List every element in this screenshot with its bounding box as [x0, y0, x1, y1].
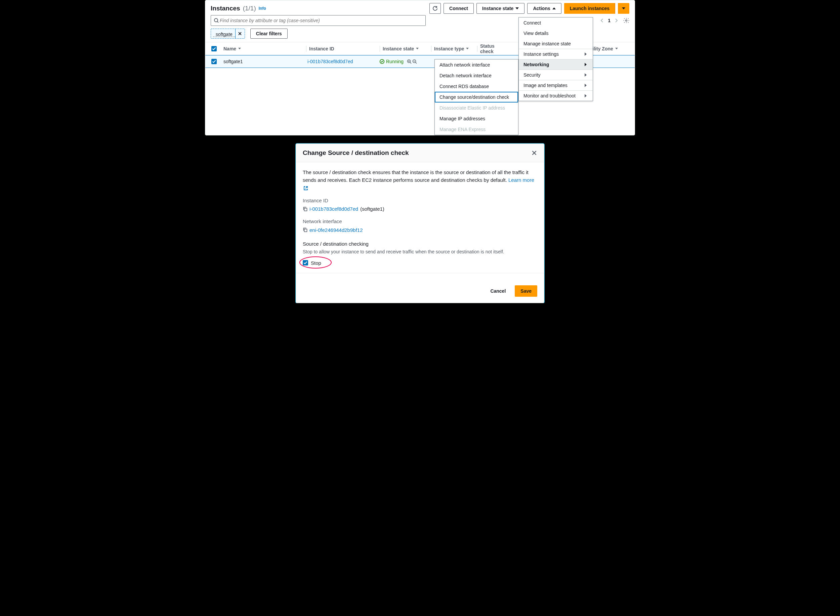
actions-menu-security[interactable]: Security: [519, 70, 593, 80]
instance-id-link[interactable]: i-001b783cef8d0d7ed: [309, 205, 358, 213]
copy-icon: [303, 207, 308, 211]
col-status-check[interactable]: Status check: [478, 43, 510, 54]
modal-header: Change Source / destination check: [296, 144, 544, 162]
zoom-in-icon: [407, 59, 412, 64]
source-dest-check-modal: Change Source / destination check The so…: [296, 144, 544, 303]
refresh-icon: [432, 6, 438, 11]
actions-menu-connect[interactable]: Connect: [519, 18, 593, 28]
actions-menu-image-templates[interactable]: Image and templates: [519, 80, 593, 90]
modal-close-button[interactable]: [531, 150, 537, 156]
refresh-button[interactable]: [430, 3, 441, 14]
copy-eni-button[interactable]: [303, 227, 308, 232]
row-name: softgate1: [223, 59, 243, 64]
actions-menu-instance-settings[interactable]: Instance settings: [519, 49, 593, 59]
instance-name-suffix: (softgate1): [360, 205, 384, 213]
state-filter-icons[interactable]: [407, 59, 417, 64]
select-all-cell[interactable]: [209, 46, 221, 51]
col-instance-id[interactable]: Instance ID: [307, 46, 379, 51]
svg-point-0: [214, 19, 218, 22]
actions-menu-view-details[interactable]: View details: [519, 28, 593, 38]
filter-token[interactable]: softgate: [211, 29, 245, 39]
launch-instances-button[interactable]: Launch instances: [564, 3, 615, 14]
modal-container: Change Source / destination check The so…: [205, 144, 635, 303]
instance-id-label: Instance ID: [303, 197, 537, 204]
close-icon: [531, 150, 537, 156]
submenu-detach-eni[interactable]: Detach network interface: [435, 70, 518, 81]
networking-submenu: Attach network interface Detach network …: [434, 59, 519, 135]
search-icon: [214, 18, 219, 23]
sort-icon: [466, 48, 469, 49]
svg-rect-6: [304, 229, 307, 232]
caret-up-icon: [553, 7, 556, 9]
pager-page: 1: [608, 18, 610, 23]
instances-panel: Instances (1/1) Info Connect Instance st…: [205, 0, 635, 135]
save-button[interactable]: Save: [515, 285, 537, 297]
search-box[interactable]: [211, 15, 426, 26]
copy-instance-id-button[interactable]: [303, 207, 308, 211]
status-ok-icon: [379, 59, 385, 64]
launch-instances-dropdown-button[interactable]: [618, 3, 629, 14]
search-input[interactable]: [219, 18, 423, 23]
chevron-right-icon: [585, 63, 586, 66]
actions-button[interactable]: Actions: [527, 3, 561, 14]
modal-title: Change Source / destination check: [303, 149, 531, 157]
modal-description: The source / destination check ensures t…: [303, 169, 537, 192]
checkbox-checked-icon: [211, 46, 217, 51]
chevron-right-icon: [585, 53, 586, 56]
checking-help-text: Stop to allow your instance to send and …: [303, 248, 537, 256]
actions-menu-monitor[interactable]: Monitor and troubleshoot: [519, 90, 593, 101]
modal-footer: Cancel Save: [296, 281, 544, 303]
chevron-right-icon: [585, 84, 586, 87]
svg-point-1: [626, 20, 627, 21]
info-link[interactable]: Info: [259, 6, 266, 11]
pager-next[interactable]: [613, 18, 619, 23]
zoom-out-icon: [412, 59, 417, 64]
eni-label: Network interface: [303, 217, 537, 225]
actions-menu-manage-state[interactable]: Manage instance state: [519, 38, 593, 49]
submenu-manage-ip[interactable]: Manage IP addresses: [435, 113, 518, 124]
submenu-attach-eni[interactable]: Attach network interface: [435, 60, 518, 70]
submenu-disassociate-eip: Disassociate Elastic IP address: [435, 103, 518, 113]
row-instance-id-link[interactable]: i-001b783cef8d0d7ed: [308, 59, 353, 64]
panel-header: Instances (1/1) Info Connect Instance st…: [205, 0, 635, 15]
annotation-ellipse: [299, 257, 331, 268]
col-name[interactable]: Name: [221, 46, 305, 51]
filter-token-label: softgate: [213, 30, 235, 37]
sort-icon: [416, 48, 419, 49]
sort-icon: [615, 48, 618, 49]
eni-link[interactable]: eni-0fe246944d2b9bf12: [309, 226, 362, 234]
submenu-manage-ena: Manage ENA Express: [435, 124, 518, 135]
actions-menu-networking[interactable]: Networking: [519, 59, 593, 70]
caret-down-icon: [515, 7, 519, 9]
settings-gear-icon[interactable]: [623, 18, 629, 23]
sort-icon: [238, 48, 241, 49]
copy-icon: [303, 227, 308, 232]
col-instance-type[interactable]: Instance type: [432, 46, 476, 51]
pager-prev[interactable]: [599, 18, 605, 23]
actions-dropdown: Connect View details Manage instance sta…: [519, 17, 593, 101]
external-link-icon: [303, 186, 308, 191]
filter-token-remove[interactable]: [235, 29, 245, 38]
chevron-right-icon: [585, 73, 586, 76]
instance-count: (1/1): [243, 5, 256, 12]
stop-checkbox-row: Stop: [303, 259, 537, 267]
connect-button[interactable]: Connect: [444, 3, 474, 14]
submenu-connect-rds[interactable]: Connect RDS database: [435, 81, 518, 92]
submenu-change-src-dst[interactable]: Change source/destination check: [435, 92, 518, 103]
instance-state-button[interactable]: Instance state: [476, 3, 525, 14]
chevron-right-icon: [585, 94, 586, 97]
col-instance-state[interactable]: Instance state: [381, 46, 430, 51]
pager: 1: [599, 18, 629, 23]
clear-filters-button[interactable]: Clear filters: [250, 29, 287, 39]
caret-down-icon: [622, 7, 625, 9]
svg-rect-5: [304, 208, 307, 211]
running-badge: Running: [379, 59, 403, 64]
modal-body: The source / destination check ensures t…: [296, 162, 544, 281]
row-checkbox[interactable]: [211, 59, 217, 64]
panel-title: Instances: [211, 5, 240, 12]
checking-label: Source / destination checking: [303, 240, 537, 248]
cancel-button[interactable]: Cancel: [485, 285, 512, 297]
